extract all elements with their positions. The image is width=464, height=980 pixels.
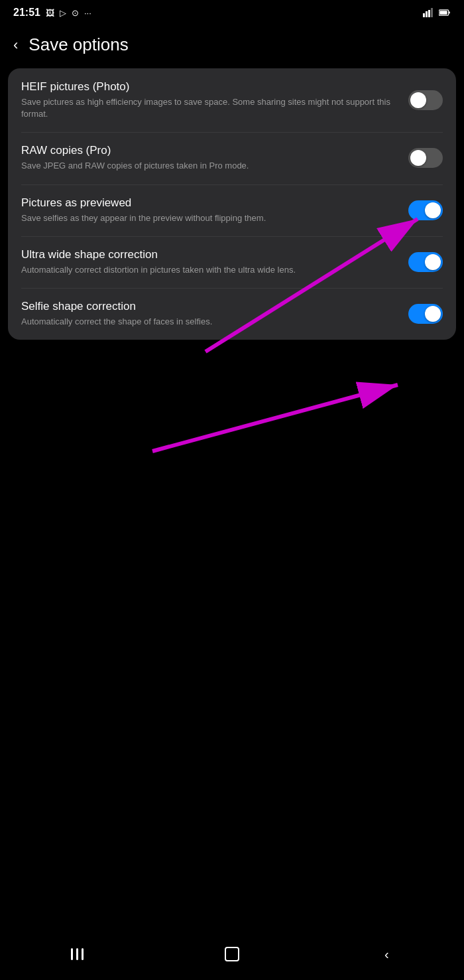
svg-rect-3	[431, 8, 433, 17]
back-nav-button[interactable]: ‹	[370, 941, 403, 967]
selfie-desc: Automatically correct the shape of faces…	[21, 316, 395, 328]
preview-setting-text: Pictures as previewed Save selfies as th…	[21, 196, 408, 224]
selfie-toggle-track[interactable]	[408, 304, 443, 324]
heif-toggle-track[interactable]	[408, 90, 443, 110]
heif-setting-item: HEIF pictures (Photo) Save pictures as h…	[8, 68, 456, 132]
video-icon: ▷	[60, 8, 66, 18]
battery-icon	[439, 8, 451, 17]
svg-rect-0	[423, 13, 425, 17]
header: ‹ Save options	[0, 24, 464, 68]
selfie-toggle[interactable]	[408, 304, 443, 324]
raw-setting-text: RAW copies (Pro) Save JPEG and RAW copie…	[21, 144, 408, 172]
status-time: 21:51	[13, 7, 40, 19]
heif-toggle-thumb	[410, 92, 426, 108]
preview-setting-item: Pictures as previewed Save selfies as th…	[8, 184, 456, 236]
selfie-setting-item: Selfie shape correction Automatically co…	[8, 288, 456, 340]
back-nav-icon: ‹	[384, 947, 389, 962]
home-icon	[225, 947, 239, 961]
image-icon: 🖼	[46, 8, 54, 18]
status-left: 21:51 🖼 ▷ ⊙ ···	[13, 7, 91, 19]
selfie-toggle-thumb	[425, 306, 441, 322]
page-title: Save options	[29, 35, 128, 55]
more-icon: ···	[84, 8, 91, 18]
selfie-title: Selfie shape correction	[21, 300, 395, 313]
selfie-setting-text: Selfie shape correction Automatically co…	[21, 300, 408, 328]
preview-title: Pictures as previewed	[21, 196, 395, 210]
preview-toggle[interactable]	[408, 200, 443, 220]
raw-title: RAW copies (Pro)	[21, 144, 395, 157]
recents-icon	[71, 948, 84, 960]
ultrawide-setting-text: Ultra wide shape correction Automaticall…	[21, 248, 408, 276]
preview-desc: Save selfies as they appear in the previ…	[21, 212, 395, 224]
raw-toggle-track[interactable]	[408, 148, 443, 168]
svg-line-10	[152, 385, 398, 451]
bottom-nav: ‹	[0, 934, 464, 980]
heif-desc: Save pictures as high efficiency images …	[21, 96, 395, 120]
raw-desc: Save JPEG and RAW copies of pictures tak…	[21, 160, 395, 172]
status-right	[423, 8, 451, 17]
ultrawide-toggle-track[interactable]	[408, 252, 443, 272]
back-button[interactable]: ‹	[13, 36, 18, 54]
link-icon: ⊙	[72, 8, 79, 18]
signal-icon	[423, 8, 435, 17]
home-button[interactable]	[215, 941, 249, 967]
raw-toggle[interactable]	[408, 148, 443, 168]
heif-setting-text: HEIF pictures (Photo) Save pictures as h…	[21, 80, 408, 120]
svg-rect-5	[449, 11, 450, 13]
ultrawide-toggle-thumb	[425, 254, 441, 270]
raw-toggle-thumb	[410, 150, 426, 166]
raw-setting-item: RAW copies (Pro) Save JPEG and RAW copie…	[8, 132, 456, 184]
preview-toggle-track[interactable]	[408, 200, 443, 220]
svg-rect-1	[426, 11, 428, 17]
heif-toggle[interactable]	[408, 90, 443, 110]
ultrawide-setting-item: Ultra wide shape correction Automaticall…	[8, 236, 456, 288]
heif-title: HEIF pictures (Photo)	[21, 80, 395, 94]
ultrawide-toggle[interactable]	[408, 252, 443, 272]
settings-card: HEIF pictures (Photo) Save pictures as h…	[8, 68, 456, 340]
svg-rect-2	[428, 10, 430, 17]
status-bar: 21:51 🖼 ▷ ⊙ ···	[0, 0, 464, 24]
ultrawide-title: Ultra wide shape correction	[21, 248, 395, 261]
ultrawide-desc: Automatically correct distortion in pict…	[21, 264, 395, 276]
recents-button[interactable]	[61, 941, 94, 967]
svg-rect-6	[439, 11, 447, 15]
preview-toggle-thumb	[425, 202, 441, 218]
